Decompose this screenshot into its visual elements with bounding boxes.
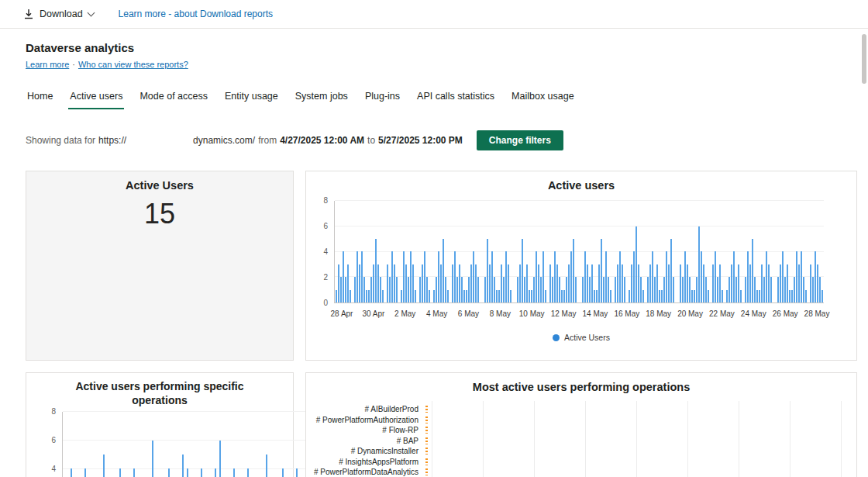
most-active-row-label: # PowerPlatformDataAnalytics bbox=[312, 468, 425, 476]
most-active-row: # DynamicsInstaller bbox=[312, 446, 841, 457]
top-bar: Download Learn more - about Download rep… bbox=[0, 0, 868, 29]
tab-api-calls-statistics[interactable]: API calls statistics bbox=[415, 87, 496, 109]
environment-url: https://dynamics.com/ bbox=[98, 135, 255, 146]
most-active-row-bar bbox=[425, 427, 428, 434]
most-active-row: # Flow-RP bbox=[312, 425, 841, 436]
card-active-users-count: Active Users 15 bbox=[26, 171, 294, 361]
most-active-row: # InsightsAppsPlatform bbox=[312, 457, 841, 468]
download-learn-more-link[interactable]: Learn more - about Download reports bbox=[119, 9, 273, 19]
filter-row: Showing data for https://dynamics.com/ f… bbox=[26, 130, 563, 150]
showing-data-label: Showing data for bbox=[26, 135, 95, 146]
most-active-chart-title: Most active users performing operations bbox=[306, 381, 856, 393]
most-active-row-bar bbox=[425, 406, 428, 413]
active-users-chart-yaxis: 02468 bbox=[312, 201, 331, 303]
most-active-row: # AIBuilderProd bbox=[312, 404, 841, 415]
most-active-row-label: # BAP bbox=[312, 437, 425, 445]
most-active-row-label: # DynamicsInstaller bbox=[312, 447, 425, 455]
who-can-view-link[interactable]: Who can view these reports? bbox=[78, 60, 188, 69]
header-links: Learn more·Who can view these reports? bbox=[26, 60, 188, 69]
tab-system-jobs[interactable]: System jobs bbox=[294, 87, 350, 109]
active-users-chart-legend: Active Users bbox=[306, 333, 856, 342]
download-icon bbox=[23, 9, 34, 19]
most-active-chart-rows: # AIBuilderProd# PowerPlatformAuthorizat… bbox=[312, 404, 841, 477]
active-users-chart-xaxis: 28 Apr30 Apr2 May4 May6 May8 May10 May12… bbox=[334, 309, 824, 320]
active-users-count-value: 15 bbox=[26, 198, 293, 230]
active-users-chart-plot bbox=[334, 201, 824, 303]
operations-chart-plot bbox=[62, 412, 308, 477]
most-active-row-bar bbox=[425, 417, 428, 423]
operations-chart-yaxis: 02468 bbox=[40, 412, 59, 477]
card-active-users-chart: Active users 02468 28 Apr30 Apr2 May4 Ma… bbox=[305, 171, 857, 361]
page-title: Dataverse analytics bbox=[26, 41, 134, 54]
operations-chart-title: Active users performing specific operati… bbox=[26, 379, 293, 407]
most-active-row: # PowerPlatformAuthorization bbox=[312, 415, 841, 426]
card-operations-chart: Active users performing specific operati… bbox=[26, 372, 294, 477]
most-active-row-bar bbox=[425, 448, 428, 455]
legend-dot-icon bbox=[553, 334, 560, 341]
most-active-row-bar bbox=[425, 437, 428, 444]
most-active-row-label: # InsightsAppsPlatform bbox=[312, 458, 425, 466]
tab-plug-ins[interactable]: Plug-ins bbox=[363, 87, 401, 109]
download-button[interactable]: Download bbox=[23, 9, 94, 19]
tab-mailbox-usage[interactable]: Mailbox usage bbox=[510, 87, 576, 109]
tab-bar: Home Active users Mode of access Entity … bbox=[26, 87, 576, 109]
vertical-scrollbar[interactable] bbox=[862, 34, 866, 84]
most-active-row-label: # Flow-RP bbox=[312, 426, 425, 434]
learn-more-link[interactable]: Learn more bbox=[26, 60, 69, 69]
change-filters-button[interactable]: Change filters bbox=[477, 130, 563, 150]
count-card-title: Active Users bbox=[26, 179, 293, 192]
redacted-url-segment bbox=[126, 136, 193, 145]
date-range-end: 5/27/2025 12:00 PM bbox=[378, 135, 463, 146]
from-label: from bbox=[258, 135, 277, 146]
tab-mode-of-access[interactable]: Mode of access bbox=[138, 87, 209, 109]
legend-label: Active Users bbox=[564, 333, 610, 342]
most-active-row: # PowerPlatformDataAnalytics bbox=[312, 467, 841, 477]
most-active-row-bar bbox=[425, 458, 428, 465]
most-active-row-bar bbox=[425, 468, 428, 475]
most-active-row-label: # PowerPlatformAuthorization bbox=[312, 416, 425, 424]
most-active-row-label: # AIBuilderProd bbox=[312, 405, 425, 413]
most-active-row: # BAP bbox=[312, 436, 841, 447]
chevron-down-icon bbox=[87, 9, 95, 17]
to-label: to bbox=[367, 135, 375, 146]
date-range-start: 4/27/2025 12:00 AM bbox=[280, 135, 364, 146]
link-separator: · bbox=[72, 60, 75, 69]
download-label: Download bbox=[40, 9, 83, 19]
tab-entity-usage[interactable]: Entity usage bbox=[223, 87, 280, 109]
card-most-active-users: Most active users performing operations … bbox=[305, 372, 857, 477]
active-users-chart-title: Active users bbox=[306, 179, 856, 192]
tab-home[interactable]: Home bbox=[26, 87, 54, 109]
tab-active-users[interactable]: Active users bbox=[68, 87, 124, 109]
